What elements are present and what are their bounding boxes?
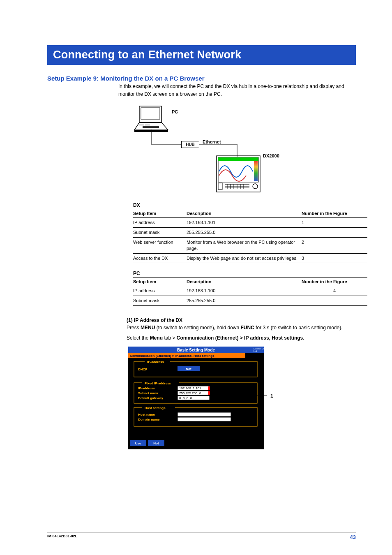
table-row: Web server functionMonitor from a Web br… <box>133 237 367 253</box>
svg-text:IP-address: IP-address <box>147 360 164 364</box>
page-number: 43 <box>350 534 356 540</box>
table-row: IP address192.168.1.1011 <box>133 218 367 228</box>
callout-line <box>210 392 271 400</box>
s1-text: tab > <box>163 335 177 341</box>
svg-rect-54 <box>178 417 231 421</box>
s1-text: (to switch to setting mode), hold down <box>155 325 240 331</box>
table-row: Subnet mask255.255.255.0 <box>133 228 367 238</box>
pc-th-num: Number in the Figure <box>302 278 367 286</box>
svg-text:Not: Not <box>186 367 191 371</box>
svg-rect-53 <box>178 412 231 416</box>
dx2000-label: DX2000 <box>263 153 279 158</box>
svg-text:Default gateway: Default gateway <box>138 396 163 400</box>
s1-menu-tab: Menu <box>150 335 163 341</box>
svg-rect-0 <box>139 106 161 123</box>
page-footer: IM 04L42B01-02E 43 <box>47 532 356 540</box>
pc-th-item: Setup Item <box>133 278 187 286</box>
s1-text: for 3 s (to switch to basic setting mode… <box>254 325 343 331</box>
hub-box: HUB <box>181 141 199 148</box>
s1-text: Press <box>127 325 141 331</box>
svg-text:DHCP: DHCP <box>138 368 148 371</box>
svg-text:Basic Setting Mode: Basic Setting Mode <box>177 348 215 352</box>
setup-example-title: Setup Example 9: Monitoring the DX on a … <box>47 75 356 82</box>
dx-table-title: DX <box>133 202 356 208</box>
svg-rect-1 <box>141 108 160 119</box>
svg-text:0.  0.  0.  0: 0. 0. 0. 0 <box>179 396 192 400</box>
svg-text:Domain name: Domain name <box>138 418 160 421</box>
svg-rect-9 <box>254 161 258 181</box>
s1-func: FUNC <box>240 325 254 331</box>
svg-text:Host name: Host name <box>138 413 155 416</box>
s1-text: Select the <box>127 335 150 341</box>
ethernet-label: Ethernet <box>203 139 221 144</box>
page-banner: Connecting to an Ethernet Network <box>47 45 356 65</box>
table-row: Subnet mask255.255.255.0 <box>133 296 367 306</box>
svg-text:Link: Link <box>254 350 258 352</box>
svg-text:Communication (Ethernet) > IP-: Communication (Ethernet) > IP-address, H… <box>130 354 214 358</box>
network-diagram: PC HUB Ethernet DX2000 <box>118 103 356 198</box>
svg-rect-10 <box>218 183 222 190</box>
svg-rect-8 <box>218 157 258 161</box>
callout-1: 1 <box>270 393 273 399</box>
svg-text:Use: Use <box>135 442 141 445</box>
svg-rect-46 <box>208 386 210 390</box>
dx-recorder-icon <box>216 155 261 193</box>
svg-text:Host settings: Host settings <box>145 406 166 410</box>
section-1-title: (1) IP Address of the DX <box>127 317 356 323</box>
s1-comm-eth: Communication (Ethernet) > IP address, H… <box>177 335 304 341</box>
pc-label: PC <box>172 109 178 114</box>
pc-th-desc: Description <box>187 278 302 286</box>
doc-id: IM 04L42B01-02E <box>47 534 78 538</box>
pc-table: Setup Item Description Number in the Fig… <box>133 277 367 306</box>
svg-text:Subnet mask: Subnet mask <box>138 391 159 395</box>
svg-text:192.168.  1.101: 192.168. 1.101 <box>179 386 201 390</box>
intro-paragraph: In this example, we will connect the PC … <box>118 83 356 98</box>
svg-text:Fixed IP-address: Fixed IP-address <box>145 382 171 385</box>
svg-text:IP-address: IP-address <box>138 386 155 390</box>
dx-th-item: Setup Item <box>133 209 187 218</box>
dx-th-num: Number in the Figure <box>302 209 367 218</box>
dx-th-desc: Description <box>187 209 302 218</box>
s1-menu: MENU <box>141 325 155 331</box>
pc-table-title: PC <box>133 271 356 276</box>
svg-text:Not: Not <box>153 442 159 445</box>
table-row: IP address192.168.1.1004 <box>133 286 367 296</box>
table-row: Access to the DXDisplay the Web page and… <box>133 253 367 263</box>
svg-point-20 <box>253 184 258 189</box>
dx-table: Setup Item Description Number in the Fig… <box>133 209 367 263</box>
svg-text:255.255.255.  0: 255.255.255. 0 <box>179 391 201 395</box>
